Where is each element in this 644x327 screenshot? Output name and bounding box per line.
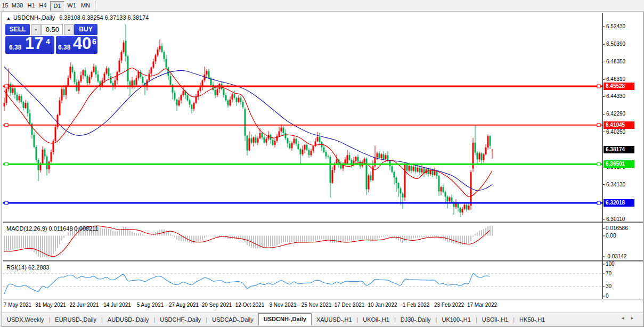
date-label: 17 Mar 2022 bbox=[460, 302, 504, 308]
period-button-H1[interactable]: H1 bbox=[26, 1, 37, 10]
price-tick-label: 6.46310 bbox=[606, 76, 625, 83]
volume-input[interactable]: 0.50 bbox=[41, 24, 63, 35]
chevron-up-icon: ▲ bbox=[67, 28, 71, 31]
macd-values: 0.011648 0.008211 bbox=[48, 225, 98, 232]
buy-button[interactable]: BUY bbox=[74, 24, 97, 35]
tab-UKOil-H1[interactable]: UKOil-,H1 bbox=[358, 314, 394, 325]
tab-UK100-H1[interactable]: UK100-,H1 bbox=[437, 314, 475, 325]
toolbar-separator bbox=[95, 1, 97, 11]
hline-price-badge-6.41045: 6.41045 bbox=[604, 121, 634, 129]
price-tick-label: 6.44330 bbox=[606, 93, 625, 100]
sell-price-big-figure: 6.38 bbox=[9, 44, 21, 51]
chevron-down-icon: ▼ bbox=[34, 28, 38, 31]
hline-price-badge-6.45528: 6.45528 bbox=[604, 83, 634, 90]
collapse-arrow-icon[interactable]: ▲ bbox=[6, 16, 11, 21]
main-chart-pane[interactable] bbox=[2, 12, 643, 222]
tab-USDCHF-Daily[interactable]: USDCHF-,Daily bbox=[155, 314, 206, 325]
macd-label: MACD(12,26,9) 0.011648 0.008211 bbox=[6, 225, 99, 232]
macd-name: MACD(12,26,9) bbox=[6, 225, 47, 232]
volume-decrease-button[interactable]: ▼ bbox=[31, 24, 41, 35]
period-button-MN[interactable]: MN bbox=[79, 1, 92, 10]
period-button-15[interactable]: 15 bbox=[1, 1, 9, 10]
sell-price-display[interactable]: 6.38 17 4 bbox=[5, 36, 54, 54]
price-tick-label: 6.50390 bbox=[606, 41, 625, 47]
tab-USDCAD-Daily[interactable]: USDCAD-,Daily bbox=[207, 314, 258, 325]
chart-symbol-label: USDCNH-,Daily bbox=[13, 14, 55, 21]
tab-scroll-arrows: ◄► bbox=[621, 316, 640, 321]
macd-axis-label: -0.03142 bbox=[606, 254, 626, 259]
macd-axis-label: 0.016586 bbox=[606, 225, 628, 231]
tab-HK50-H1[interactable]: HK50-,H1 bbox=[515, 314, 550, 325]
tab-USOil-H1[interactable]: USOil-,H1 bbox=[477, 314, 513, 325]
price-tick-label: 6.48350 bbox=[606, 59, 625, 65]
rsi-name: RSI(14) bbox=[6, 264, 27, 271]
hline-price-badge-6.36501: 6.36501 bbox=[604, 160, 634, 168]
tab-AUDUSD-Daily[interactable]: AUDUSD-,Daily bbox=[103, 314, 154, 325]
price-tick-label: 6.42290 bbox=[606, 111, 625, 117]
buy-price-display[interactable]: 6.38 40 6 bbox=[56, 36, 97, 54]
period-button-M30[interactable]: M30 bbox=[10, 1, 25, 10]
tab-scroll-left-icon[interactable]: ◄ bbox=[621, 316, 630, 321]
tab-USDCNH-Daily[interactable]: USDCNH-,Daily bbox=[258, 313, 312, 325]
macd-axis-label: 0.00 bbox=[606, 233, 616, 239]
period-button-W1[interactable]: W1 bbox=[65, 1, 78, 10]
price-axis-border bbox=[602, 12, 603, 299]
sell-button[interactable]: SELL bbox=[5, 24, 30, 35]
buy-price-pips: 40 bbox=[73, 36, 91, 53]
price-tick-label: 6.40250 bbox=[606, 129, 625, 135]
rsi-pane bbox=[2, 261, 643, 299]
tab-scroll-right-icon[interactable]: ► bbox=[630, 316, 640, 321]
chart-ohlc-values: 6.38108 6.38254 6.37133 6.38174 bbox=[59, 14, 149, 21]
current-price-badge: 6.38174 bbox=[604, 146, 634, 153]
chart-title: ▲USDCNH-,Daily6.38108 6.38254 6.37133 6.… bbox=[6, 14, 149, 22]
period-button-D1[interactable]: D1 bbox=[50, 1, 64, 11]
rsi-label: RSI(14) 62.2883 bbox=[6, 264, 50, 271]
rsi-axis-label: 70 bbox=[606, 271, 612, 276]
hline-price-badge-6.32018: 6.32018 bbox=[604, 199, 634, 207]
period-toolbar: 15M30H1H4D1W1MN bbox=[0, 0, 644, 12]
tab-XAUUSD-H1[interactable]: XAUUSD-,H1 bbox=[312, 314, 357, 325]
buy-price-pipette: 6 bbox=[92, 37, 96, 46]
volume-increase-button[interactable]: ▲ bbox=[64, 24, 74, 35]
terminal-screen: 15M30H1H4D1W1MN ▲USDCNH-,Daily6.38108 6.… bbox=[0, 0, 644, 327]
rsi-axis-label: 0 bbox=[606, 293, 609, 299]
sell-price-pips: 17 bbox=[25, 36, 43, 53]
tab-EURUSD-Daily[interactable]: EURUSD-,Daily bbox=[50, 314, 101, 325]
period-button-H4[interactable]: H4 bbox=[37, 1, 48, 10]
tab-DJ30-Daily[interactable]: DJ30-,Daily bbox=[396, 314, 436, 325]
price-tick-label: 6.34130 bbox=[606, 182, 625, 188]
rsi-axis-label: 30 bbox=[606, 283, 612, 289]
chart-tab-bar: USDX,Weekly|EURUSD-,Daily|AUDUSD-,Daily|… bbox=[2, 313, 643, 326]
buy-price-big-figure: 6.38 bbox=[58, 44, 70, 51]
sell-price-pipette: 4 bbox=[46, 37, 50, 46]
rsi-axis-label: 100 bbox=[606, 261, 615, 267]
tab-USDX-Weekly[interactable]: USDX,Weekly bbox=[2, 314, 48, 325]
rsi-value: 62.2883 bbox=[28, 264, 50, 271]
price-tick-label: 6.30110 bbox=[606, 216, 625, 223]
price-tick-label: 6.52430 bbox=[606, 23, 625, 30]
